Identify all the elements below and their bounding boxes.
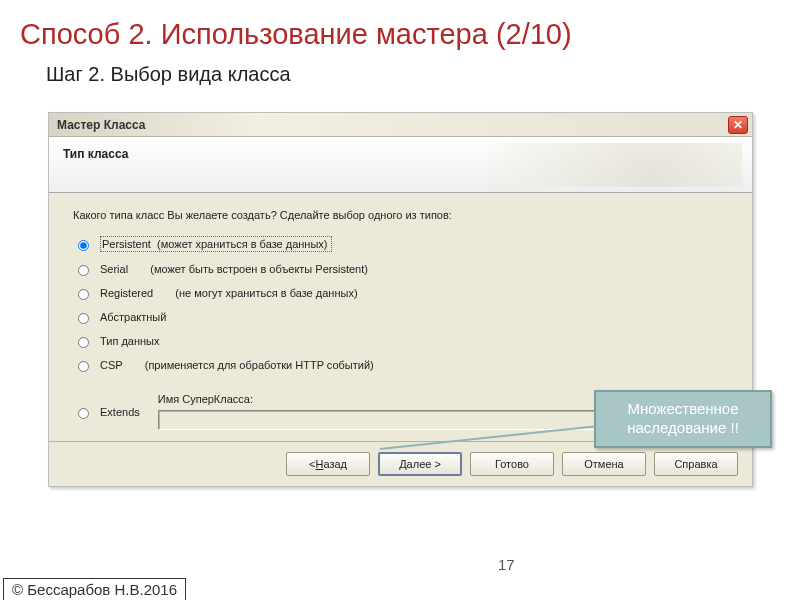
option-desc: (не могут храниться в базе данных) — [175, 287, 357, 299]
cancel-button[interactable]: Отмена — [562, 452, 646, 476]
radio-persistent[interactable]: Persistent (может храниться в базе данны… — [73, 231, 728, 257]
radio-abstract[interactable]: Абстрактный — [73, 305, 728, 329]
option-desc: (может быть встроен в объекты Persistent… — [150, 263, 368, 275]
section-title: Тип класса — [63, 147, 128, 161]
prompt-text: Какого типа класс Вы желаете создать? Сд… — [73, 209, 728, 221]
next-button[interactable]: Далее > — [378, 452, 462, 476]
radio-input[interactable] — [78, 240, 89, 251]
footer-author: © Бессарабов Н.В.2016 — [3, 578, 186, 600]
option-name: Extends — [100, 406, 140, 418]
option-name: CSP — [100, 359, 123, 371]
callout-line2: наследование !! — [627, 419, 739, 438]
option-desc: (применяется для обработки HTTP событий) — [145, 359, 374, 371]
callout-box: Множественное наследование !! — [594, 390, 772, 448]
close-button[interactable]: ✕ — [728, 116, 748, 134]
option-name: Serial — [100, 263, 128, 275]
radio-input[interactable] — [78, 361, 89, 372]
radio-input[interactable] — [78, 408, 89, 419]
radio-input[interactable] — [78, 313, 89, 324]
page-number: 17 — [498, 556, 515, 573]
radio-group: Persistent (может храниться в базе данны… — [73, 231, 728, 377]
radio-datatype[interactable]: Тип данных — [73, 329, 728, 353]
option-name: Registered — [100, 287, 153, 299]
wizard-header: Тип класса — [49, 137, 752, 193]
help-button[interactable]: Справка — [654, 452, 738, 476]
radio-input[interactable] — [78, 337, 89, 348]
slide-title: Способ 2. Использование мастера (2/10) — [0, 0, 800, 57]
window-title: Мастер Класса — [57, 118, 146, 132]
option-name: Persistent — [102, 238, 151, 250]
radio-input[interactable] — [78, 289, 89, 300]
slide-subtitle: Шаг 2. Выбор вида класса — [0, 57, 800, 92]
option-name: Тип данных — [100, 335, 160, 347]
radio-input[interactable] — [78, 265, 89, 276]
finish-button[interactable]: Готово — [470, 452, 554, 476]
option-name: Абстрактный — [100, 311, 166, 323]
radio-serial[interactable]: Serial (может быть встроен в объекты Per… — [73, 257, 728, 281]
callout-line1: Множественное — [627, 400, 738, 419]
radio-registered[interactable]: Registered (не могут храниться в базе да… — [73, 281, 728, 305]
option-desc: (может храниться в базе данных) — [157, 238, 327, 250]
close-icon: ✕ — [733, 119, 743, 131]
titlebar: Мастер Класса ✕ — [49, 113, 752, 137]
radio-csp[interactable]: CSP (применяется для обработки HTTP собы… — [73, 353, 728, 377]
header-decoration — [442, 143, 742, 187]
radio-extends[interactable]: Extends — [73, 405, 140, 419]
back-button[interactable]: < Назад — [286, 452, 370, 476]
